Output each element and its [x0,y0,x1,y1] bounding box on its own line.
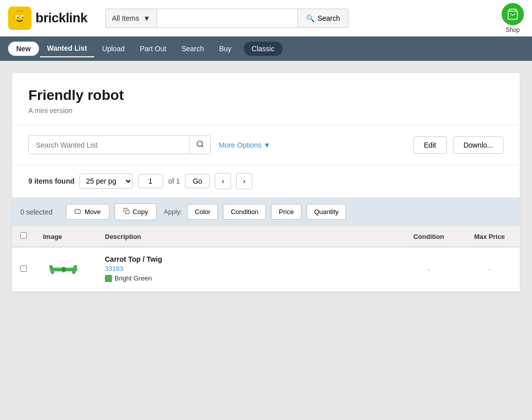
price-apply-button[interactable]: Price [271,204,301,220]
color-apply-button[interactable]: Color [187,204,218,220]
nav-new-button[interactable]: New [8,42,39,56]
wl-search-icon[interactable] [189,136,210,154]
logo-text: bricklink [35,10,87,26]
svg-point-7 [17,16,19,18]
wl-search-wrap [28,135,211,154]
search-section: More Options ▼ Edit Downlo... [12,125,520,165]
color-name: Bright Green [115,274,152,282]
cart-icon [507,8,519,20]
condition-header: Condition [398,226,459,247]
page-title: Friendly robot [28,87,504,103]
category-value: All Items [112,14,139,22]
svg-point-18 [62,268,65,271]
color-dot [105,275,112,282]
svg-rect-9 [17,10,22,13]
wl-search-input[interactable] [29,137,189,153]
description-header: Description [97,226,398,247]
go-button[interactable]: Go [185,174,210,188]
svg-line-12 [202,146,203,147]
nav-classic-button[interactable]: Classic [244,42,283,56]
move-button[interactable]: Move [66,204,109,220]
condition-value: - [406,265,451,273]
category-dropdown[interactable]: All Items ▼ [105,9,157,28]
next-page-button[interactable]: › [236,173,252,189]
table-header-row: Image Description Condition Max Price [12,226,520,247]
shop-button[interactable]: Shop [502,3,524,33]
move-btn-label: Move [85,208,101,216]
row-description-cell: Carrot Top / Twig 33183 Bright Green [97,247,398,292]
row-checkbox-cell [12,247,35,292]
row-checkbox[interactable] [20,265,27,272]
quantity-apply-button[interactable]: Quantity [307,204,346,220]
select-all-header [12,226,35,247]
copy-button[interactable]: Copy [115,203,157,220]
row-condition-cell: - [398,247,459,292]
more-options-arrow-icon: ▼ [263,141,271,149]
pagination-section: 9 items found 25 per pg 50 per pg 100 pe… [12,165,520,197]
svg-point-11 [197,141,203,147]
global-search-area: All Items ▼ 🔍 Search [105,9,349,28]
search-icon: 🔍 [306,14,315,22]
row-price-cell: - [459,247,520,292]
main-content: Friendly robot A mini version More Optio… [0,61,532,304]
wanted-list-card: Friendly robot A mini version More Optio… [12,73,520,292]
header: bricklink All Items ▼ 🔍 Search Shop [0,0,532,37]
nav-buy[interactable]: Buy [212,41,238,57]
svg-rect-4 [13,12,26,25]
apply-label: Apply: [164,208,182,216]
more-options-button[interactable]: More Options ▼ [219,141,271,149]
bricklink-logo-icon [8,7,31,30]
items-table: Image Description Condition Max Price [12,226,520,292]
color-badge: Bright Green [105,274,152,282]
logo-area: bricklink [8,7,99,30]
global-search-button[interactable]: 🔍 Search [297,9,349,28]
table-row: Carrot Top / Twig 33183 Bright Green - - [12,247,520,292]
select-all-checkbox[interactable] [20,232,27,239]
row-image-cell [35,247,97,292]
download-button[interactable]: Downlo... [453,136,504,154]
max-price-header: Max Price [459,226,520,247]
condition-apply-button[interactable]: Condition [223,204,266,220]
item-id[interactable]: 33183 [105,265,390,272]
card-header: Friendly robot A mini version [12,73,520,125]
max-price-value: - [467,265,512,273]
nav-part-out[interactable]: Part Out [133,41,173,57]
item-name: Carrot Top / Twig [105,255,390,263]
edit-button[interactable]: Edit [413,136,447,154]
nav-wanted-list[interactable]: Wanted List [40,40,94,57]
prev-page-button[interactable]: ‹ [215,173,231,189]
shop-label: Shop [506,26,520,33]
of-label: of 1 [168,177,180,185]
global-search-input[interactable] [157,9,297,28]
table-toolbar: 0 selected Move [12,197,520,226]
copy-btn-label: Copy [133,208,148,216]
svg-point-8 [22,16,24,18]
nav-upload[interactable]: Upload [95,41,132,57]
dropdown-arrow-icon: ▼ [143,14,150,22]
next-arrow-icon: › [243,177,246,185]
folder-icon [74,208,82,216]
prev-arrow-icon: ‹ [222,177,224,185]
nav-search[interactable]: Search [174,41,211,57]
main-nav: New Wanted List Upload Part Out Search B… [0,37,532,61]
image-header: Image [35,226,97,247]
svg-rect-13 [126,210,129,214]
items-found-label: 9 items found [28,177,74,185]
shop-circle [502,3,524,25]
more-options-label: More Options [219,141,261,149]
part-image [43,255,89,283]
selected-count-label: 0 selected [20,208,61,216]
search-btn-label: Search [318,14,340,22]
per-page-select[interactable]: 25 per pg 50 per pg 100 per pg [80,173,133,189]
copy-icon [123,207,130,216]
global-search-input-wrap [157,9,297,28]
page-number-input[interactable]: 1 [138,174,163,188]
table-wrap: 0 selected Move [12,197,520,292]
page-subtitle: A mini version [28,107,504,115]
